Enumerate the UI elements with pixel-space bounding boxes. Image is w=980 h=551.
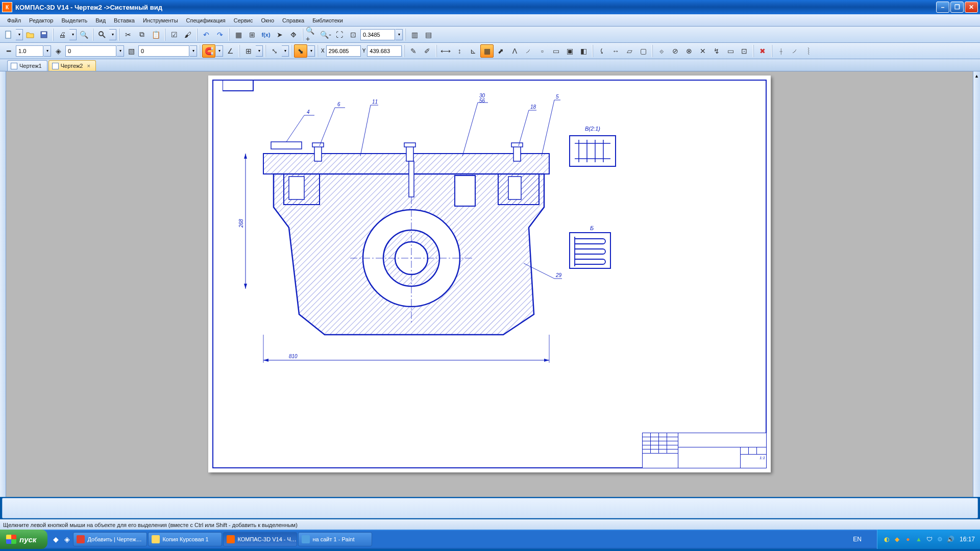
- mod-tool-10[interactable]: ▭: [724, 44, 737, 58]
- search-button[interactable]: [95, 28, 109, 41]
- new-doc-button[interactable]: [2, 28, 15, 41]
- dim-tool-7[interactable]: ⟋: [522, 44, 535, 58]
- quick-launch-2[interactable]: ◈: [62, 532, 72, 546]
- zoom-fit-button[interactable]: ⊡: [347, 28, 360, 41]
- tray-icon-3[interactable]: ●: [904, 535, 912, 543]
- preview-button[interactable]: 🔍: [77, 28, 90, 41]
- color-input[interactable]: [138, 45, 189, 57]
- close-button[interactable]: ✕: [965, 2, 978, 13]
- start-button[interactable]: пуск: [0, 530, 47, 549]
- zoom-region-button[interactable]: ⛶: [333, 28, 346, 41]
- quick-launch-1[interactable]: ◆: [51, 532, 61, 546]
- cursor-button[interactable]: ➤: [273, 28, 286, 41]
- tool-ex-4[interactable]: ⦚: [802, 44, 815, 58]
- grid-dropdown[interactable]: ▾: [256, 45, 263, 57]
- right-scroll[interactable]: ▲: [973, 71, 980, 497]
- dim-tool-6[interactable]: Λ: [508, 44, 521, 58]
- menu-insert[interactable]: Вставка: [110, 16, 139, 25]
- view-button-2[interactable]: ▤: [422, 28, 435, 41]
- task-item-kompas[interactable]: КОМПАС-3D V14 - Ч…: [223, 532, 297, 546]
- scale-dropdown[interactable]: ▾: [44, 45, 51, 57]
- ortho-dropdown[interactable]: ▾: [308, 45, 315, 57]
- task-item-yandex[interactable]: Добавить | Чертеж…: [73, 532, 147, 546]
- line-style-button[interactable]: ━: [2, 44, 15, 58]
- dim-tool-1[interactable]: ⟷: [439, 44, 452, 58]
- tab-chertezh2[interactable]: Чертеж2 ×: [48, 60, 96, 71]
- task-item-folder[interactable]: Копия Курсовая 1: [148, 532, 222, 546]
- edit-tool-2[interactable]: ✐: [421, 44, 434, 58]
- help-cursor-button[interactable]: ⯑: [287, 28, 300, 41]
- save-button[interactable]: [37, 28, 51, 41]
- menu-service[interactable]: Сервис: [230, 16, 257, 25]
- tool-ex-1[interactable]: ✖: [756, 44, 769, 58]
- tray-icon-6[interactable]: ⚙: [936, 535, 944, 543]
- mod-tool-2[interactable]: ↔: [609, 44, 622, 58]
- cut-button[interactable]: ✂: [121, 28, 135, 41]
- mod-tool-4[interactable]: ▢: [636, 44, 650, 58]
- menu-tools[interactable]: Инструменты: [139, 16, 182, 25]
- zoom-in-button[interactable]: 🔍+: [305, 28, 318, 41]
- coord-button[interactable]: ⤡: [268, 44, 281, 58]
- mod-tool-6[interactable]: ⊘: [669, 44, 682, 58]
- coord-dropdown[interactable]: ▾: [282, 45, 289, 57]
- paste-button[interactable]: 📋: [149, 28, 162, 41]
- new-doc-dropdown[interactable]: ▾: [16, 29, 23, 40]
- menu-spec[interactable]: Спецификация: [182, 16, 230, 25]
- tool-ex-3[interactable]: ⟋: [788, 44, 801, 58]
- redo-button[interactable]: ↷: [213, 28, 227, 41]
- menu-window[interactable]: Окно: [257, 16, 278, 25]
- dim-tool-5[interactable]: ⬈: [494, 44, 507, 58]
- menu-libraries[interactable]: Библиотеки: [308, 16, 347, 25]
- layer-icon[interactable]: ◈: [52, 44, 65, 58]
- dim-tool-2[interactable]: ↕: [453, 44, 466, 58]
- color-dropdown[interactable]: ▾: [190, 45, 197, 57]
- x-coord-input[interactable]: [326, 45, 361, 57]
- menu-view[interactable]: Вид: [91, 16, 110, 25]
- dim-tool-11[interactable]: ◧: [577, 44, 590, 58]
- color-icon[interactable]: ▧: [125, 44, 138, 58]
- dim-tool-8[interactable]: ▫: [535, 44, 549, 58]
- brush-button[interactable]: 🖌: [181, 28, 194, 41]
- tray-icon-4[interactable]: ▲: [915, 535, 923, 543]
- clock[interactable]: 16:17: [960, 536, 975, 543]
- mod-tool-11[interactable]: ⊡: [738, 44, 751, 58]
- tray-icon-2[interactable]: ◆: [893, 535, 901, 543]
- layer-input[interactable]: [65, 45, 116, 57]
- left-toolbar[interactable]: [0, 71, 6, 497]
- volume-icon[interactable]: 🔊: [947, 535, 955, 543]
- dim-tool-10[interactable]: ▣: [563, 44, 576, 58]
- edit-tool-1[interactable]: ✎: [407, 44, 420, 58]
- copy-button[interactable]: ⧉: [135, 28, 149, 41]
- menu-editor[interactable]: Редактор: [25, 16, 57, 25]
- grid-button[interactable]: ⊞: [246, 28, 259, 41]
- view-button-1[interactable]: ▥: [408, 28, 421, 41]
- dim-tool-3[interactable]: ⊾: [467, 44, 480, 58]
- properties-button[interactable]: ☑: [167, 28, 181, 41]
- tool-ex-2[interactable]: ⟊: [774, 44, 788, 58]
- zoom-value-input[interactable]: [360, 29, 395, 40]
- maximize-button[interactable]: ❐: [950, 2, 964, 13]
- print-button[interactable]: 🖨: [56, 28, 69, 41]
- command-panel[interactable]: [2, 498, 978, 518]
- tab-chertezh1[interactable]: Чертеж1: [7, 60, 47, 71]
- angle-button[interactable]: ∠: [224, 44, 237, 58]
- canvas[interactable]: 810 268: [6, 71, 973, 497]
- menu-file[interactable]: Файл: [3, 16, 25, 25]
- mod-tool-7[interactable]: ⊗: [682, 44, 696, 58]
- snap-button[interactable]: 🧲: [202, 44, 215, 58]
- ortho-button[interactable]: ⬊: [294, 44, 307, 58]
- tray-icon-5[interactable]: 🛡: [925, 535, 934, 543]
- mod-tool-1[interactable]: ⤹: [595, 44, 608, 58]
- dim-tool-9[interactable]: ▭: [549, 44, 562, 58]
- menu-select[interactable]: Выделить: [57, 16, 91, 25]
- y-coord-input[interactable]: [367, 45, 402, 57]
- grid-toggle-button[interactable]: ⊞: [242, 44, 255, 58]
- language-indicator[interactable]: EN: [853, 536, 862, 543]
- open-button[interactable]: [23, 28, 37, 41]
- zoom-dropdown[interactable]: ▾: [396, 29, 403, 40]
- snap-dropdown[interactable]: ▾: [216, 45, 223, 57]
- zoom-out-button[interactable]: 🔍-: [319, 28, 332, 41]
- search-dropdown[interactable]: ▾: [109, 29, 116, 40]
- minimize-button[interactable]: –: [936, 2, 949, 13]
- close-tab-icon[interactable]: ×: [87, 63, 90, 69]
